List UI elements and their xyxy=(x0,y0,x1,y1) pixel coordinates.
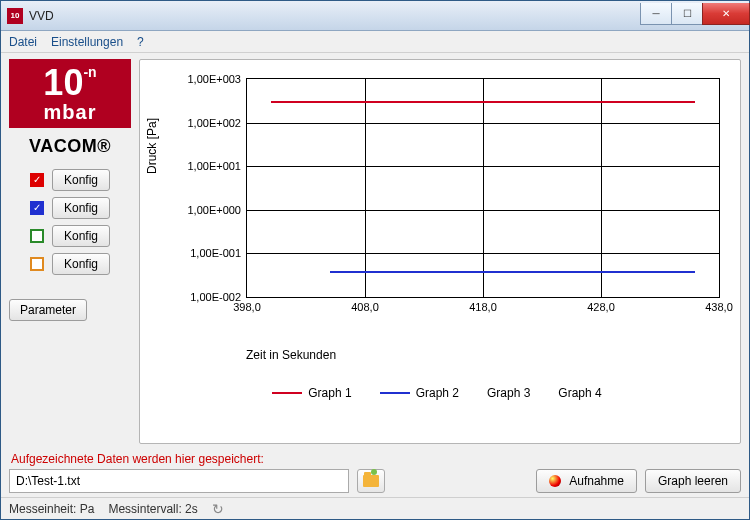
channel-row-2: Konfig xyxy=(9,197,131,219)
y-tick: 1,00E-001 xyxy=(190,247,241,259)
menubar: Datei Einstellungen ? xyxy=(1,31,749,53)
maximize-button[interactable]: ☐ xyxy=(671,3,703,25)
channel-checkbox-4[interactable] xyxy=(30,257,44,271)
record-button[interactable]: Aufnahme xyxy=(536,469,637,493)
series-line xyxy=(271,101,696,103)
x-tick: 408,0 xyxy=(351,301,379,313)
config-button-4[interactable]: Konfig xyxy=(52,253,110,275)
record-label: Aufnahme xyxy=(569,474,624,488)
config-button-2[interactable]: Konfig xyxy=(52,197,110,219)
app-icon: 10 xyxy=(7,8,23,24)
plot-panel: Druck [Pa] 1,00E+0031,00E+0021,00E+0011,… xyxy=(139,59,741,444)
window-title: VVD xyxy=(29,9,54,23)
minimize-button[interactable]: ─ xyxy=(640,3,672,25)
plot-area: Druck [Pa] 1,00E+0031,00E+0021,00E+0011,… xyxy=(206,70,728,320)
series-line xyxy=(330,271,696,273)
save-path-input[interactable]: D:\Test-1.txt xyxy=(9,469,349,493)
refresh-icon[interactable]: ↻ xyxy=(212,501,224,517)
main-row: 10-n mbar VACOM® Konfig Konfig Konfig xyxy=(9,59,741,444)
parameter-button[interactable]: Parameter xyxy=(9,299,87,321)
channel-checkbox-3[interactable] xyxy=(30,229,44,243)
channel-checkbox-2[interactable] xyxy=(30,201,44,215)
legend-swatch xyxy=(380,392,410,394)
x-tick: 428,0 xyxy=(587,301,615,313)
statusbar: Messeinheit: Pa Messintervall: 2s ↻ xyxy=(1,497,749,519)
status-unit: Messeinheit: Pa xyxy=(9,502,94,516)
x-tick: 438,0 xyxy=(705,301,733,313)
logo-ten: 10 xyxy=(43,62,83,103)
clear-graph-label: Graph leeren xyxy=(658,474,728,488)
y-tick: 1,00E+000 xyxy=(187,204,241,216)
app-window: 10 VVD ─ ☐ ✕ Datei Einstellungen ? 10-n … xyxy=(0,0,750,520)
legend-label: Graph 3 xyxy=(487,386,530,400)
y-tick: 1,00E+002 xyxy=(187,117,241,129)
status-interval: Messintervall: 2s xyxy=(108,502,197,516)
brand-logo: 10-n mbar xyxy=(9,59,131,128)
save-section: Aufgezeichnete Daten werden hier gespeic… xyxy=(9,448,741,493)
config-button-3[interactable]: Konfig xyxy=(52,225,110,247)
config-button-1[interactable]: Konfig xyxy=(52,169,110,191)
channel-row-4: Konfig xyxy=(9,253,131,275)
legend-swatch xyxy=(272,392,302,394)
legend-label: Graph 4 xyxy=(558,386,601,400)
legend-item: Graph 2 xyxy=(380,386,459,400)
legend-item: Graph 4 xyxy=(558,386,601,400)
titlebar[interactable]: 10 VVD ─ ☐ ✕ xyxy=(1,1,749,31)
menu-file[interactable]: Datei xyxy=(9,35,37,49)
y-tick: 1,00E+001 xyxy=(187,160,241,172)
legend-item: Graph 3 xyxy=(487,386,530,400)
channel-checkbox-1[interactable] xyxy=(30,173,44,187)
folder-open-icon xyxy=(363,475,379,487)
legend: Graph 1Graph 2Graph 3Graph 4 xyxy=(146,386,728,400)
x-axis-label: Zeit in Sekunden xyxy=(246,348,728,362)
brand-text: VACOM® xyxy=(29,136,111,157)
logo-unit: mbar xyxy=(9,101,131,124)
y-tick: 1,00E+003 xyxy=(187,73,241,85)
x-tick: 398,0 xyxy=(233,301,261,313)
legend-label: Graph 2 xyxy=(416,386,459,400)
save-label: Aufgezeichnete Daten werden hier gespeic… xyxy=(11,452,741,466)
legend-item: Graph 1 xyxy=(272,386,351,400)
record-icon xyxy=(549,475,561,487)
channel-row-3: Konfig xyxy=(9,225,131,247)
clear-graph-button[interactable]: Graph leeren xyxy=(645,469,741,493)
legend-label: Graph 1 xyxy=(308,386,351,400)
y-axis-label: Druck [Pa] xyxy=(145,118,159,174)
logo-exp: -n xyxy=(83,64,96,80)
channel-row-1: Konfig xyxy=(9,169,131,191)
close-button[interactable]: ✕ xyxy=(702,3,750,25)
window-controls: ─ ☐ ✕ xyxy=(641,3,750,25)
sidebar: 10-n mbar VACOM® Konfig Konfig Konfig xyxy=(9,59,131,444)
plot-grid: 1,00E+0031,00E+0021,00E+0011,00E+0001,00… xyxy=(246,78,720,298)
menu-settings[interactable]: Einstellungen xyxy=(51,35,123,49)
browse-button[interactable] xyxy=(357,469,385,493)
menu-help[interactable]: ? xyxy=(137,35,144,49)
x-tick: 418,0 xyxy=(469,301,497,313)
client-area: 10-n mbar VACOM® Konfig Konfig Konfig xyxy=(1,53,749,497)
save-path-text: D:\Test-1.txt xyxy=(16,474,80,488)
